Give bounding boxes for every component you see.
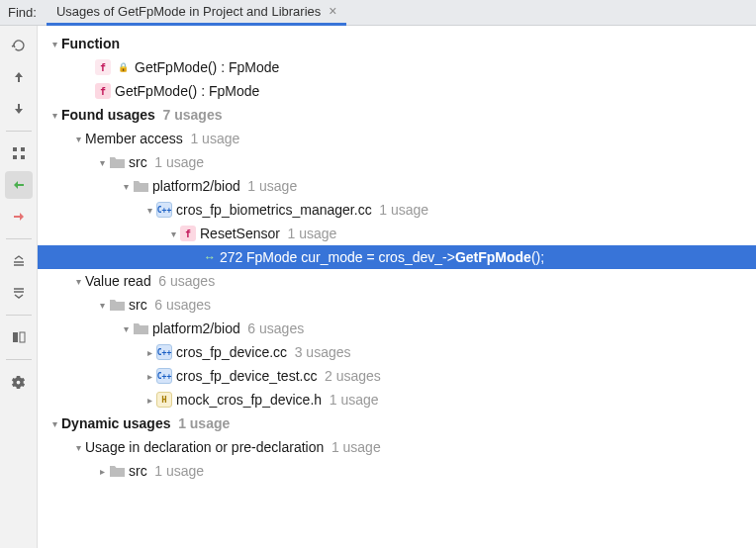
chevron-down-icon[interactable]: ▾ (71, 276, 85, 287)
next-icon[interactable] (5, 95, 33, 123)
chevron-down-icon[interactable]: ▾ (119, 181, 133, 192)
node-label: Dynamic usages (61, 415, 171, 431)
group-icon[interactable] (5, 139, 33, 167)
usage-count: 1 usage (331, 439, 381, 455)
settings-icon[interactable] (5, 368, 33, 396)
tree-node-fn-def[interactable]: f GetFpMode() : FpMode (38, 79, 756, 103)
collapse-all-icon[interactable] (5, 279, 33, 307)
svg-rect-5 (20, 332, 25, 342)
tab-title: Usages of GetFpMode in Project and Libra… (56, 4, 321, 19)
node-label: platform2/biod (152, 178, 240, 194)
usage-count: 1 usage (330, 392, 379, 408)
tree-node-src[interactable]: ▾ src 6 usages (38, 293, 756, 317)
svg-rect-2 (13, 155, 17, 159)
tree-node-dynamic-usages[interactable]: ▾ Dynamic usages 1 usage (38, 411, 756, 435)
results-tree[interactable]: ▾ Function f 🔒 GetFpMode() : FpMode f Ge… (38, 26, 756, 548)
tree-node-file[interactable]: ▸ C++ cros_fp_device.cc 3 usages (38, 340, 756, 364)
tree-node-platform-biod[interactable]: ▾ platform2/biod 6 usages (38, 317, 756, 340)
node-label: src (129, 463, 147, 479)
node-label: mock_cros_fp_device.h (176, 392, 322, 408)
usage-count: 6 usages (158, 273, 215, 289)
chevron-down-icon[interactable]: ▾ (71, 134, 85, 144)
show-write-icon[interactable] (5, 203, 33, 230)
node-label: Function (61, 36, 120, 51)
tree-node-function[interactable]: ▾ Function (38, 32, 756, 55)
prev-icon[interactable] (5, 63, 33, 91)
usage-count: 1 usage (247, 178, 297, 194)
node-label: src (129, 297, 147, 313)
tree-node-usage-line[interactable]: ↔ 272 FpMode cur_mode = cros_dev_-> GetF… (38, 245, 756, 269)
tree-node-member-access[interactable]: ▾ Member access 1 usage (38, 127, 756, 150)
node-label: cros_fp_biometrics_manager.cc (176, 202, 372, 218)
cpp-file-icon: C++ (156, 202, 172, 218)
folder-icon (133, 320, 148, 336)
tree-node-usage-decl[interactable]: ▾ Usage in declaration or pre-declaratio… (38, 435, 756, 459)
node-label: platform2/biod (152, 320, 240, 336)
show-read-icon[interactable] (5, 171, 33, 199)
tree-node-src[interactable]: ▾ src 1 usage (38, 150, 756, 174)
chevron-down-icon[interactable]: ▾ (95, 157, 109, 168)
chevron-down-icon[interactable]: ▾ (119, 323, 133, 334)
tree-node-platform-biod[interactable]: ▾ platform2/biod 1 usage (38, 174, 756, 198)
tree-node-src[interactable]: ▸ src 1 usage (38, 459, 756, 483)
line-number: 272 (220, 249, 242, 265)
chevron-down-icon[interactable]: ▾ (142, 205, 156, 216)
chevron-down-icon[interactable]: ▾ (47, 110, 61, 121)
node-label: GetFpMode() : FpMode (135, 59, 279, 75)
usage-count: 1 usage (379, 202, 428, 218)
side-toolbar (0, 26, 38, 548)
chevron-down-icon[interactable]: ▾ (47, 418, 61, 429)
rerun-icon[interactable] (5, 32, 33, 59)
tree-node-file[interactable]: ▾ C++ cros_fp_biometrics_manager.cc 1 us… (38, 198, 756, 222)
node-label: ResetSensor (200, 226, 280, 241)
usage-count: 1 usage (178, 415, 230, 431)
chevron-down-icon[interactable]: ▾ (166, 228, 180, 239)
tree-node-value-read[interactable]: ▾ Value read 6 usages (38, 269, 756, 293)
expand-all-icon[interactable] (5, 247, 33, 275)
usage-count: 1 usage (154, 463, 204, 479)
usage-count: 3 usages (295, 344, 351, 360)
tree-node-fn-def[interactable]: f 🔒 GetFpMode() : FpMode (38, 55, 756, 79)
preview-icon[interactable] (5, 323, 33, 351)
svg-rect-4 (13, 332, 18, 342)
chevron-down-icon[interactable]: ▾ (95, 300, 109, 311)
tree-node-found-usages[interactable]: ▾ Found usages 7 usages (38, 103, 756, 127)
node-label: Member access (85, 131, 183, 146)
lock-icon: 🔒 (115, 59, 131, 75)
chevron-right-icon[interactable]: ▸ (142, 395, 156, 406)
function-icon: f (95, 59, 111, 75)
node-label: Found usages (61, 107, 155, 123)
close-icon[interactable]: × (329, 3, 336, 19)
header-file-icon: H (156, 392, 172, 408)
node-label: src (129, 154, 147, 170)
svg-rect-1 (21, 147, 25, 151)
top-bar: Find: Usages of GetFpMode in Project and… (0, 0, 756, 26)
chevron-right-icon[interactable]: ▸ (95, 466, 109, 477)
function-icon: f (95, 83, 111, 99)
folder-icon (109, 463, 125, 479)
usage-count: 6 usages (154, 297, 211, 313)
node-label: GetFpMode() : FpMode (115, 83, 259, 99)
results-tab[interactable]: Usages of GetFpMode in Project and Libra… (47, 0, 347, 26)
usage-count: 1 usage (154, 154, 204, 170)
chevron-right-icon[interactable]: ▸ (142, 347, 156, 358)
cpp-file-icon: C++ (156, 368, 172, 384)
chevron-down-icon[interactable]: ▾ (47, 39, 61, 49)
chevron-down-icon[interactable]: ▾ (71, 442, 85, 453)
code-pre: FpMode cur_mode = cros_dev_-> (246, 249, 455, 265)
usage-count: 1 usage (288, 226, 337, 241)
node-label: Value read (85, 273, 151, 289)
cpp-file-icon: C++ (156, 344, 172, 360)
folder-icon (109, 297, 125, 313)
tree-node-file[interactable]: ▸ H mock_cros_fp_device.h 1 usage (38, 388, 756, 411)
tree-node-function-scope[interactable]: ▾ f ResetSensor 1 usage (38, 222, 756, 245)
tree-node-file[interactable]: ▸ C++ cros_fp_device_test.cc 2 usages (38, 364, 756, 388)
usage-count: 2 usages (325, 368, 381, 384)
chevron-right-icon[interactable]: ▸ (142, 371, 156, 382)
usage-count: 6 usages (247, 320, 304, 336)
folder-icon (133, 178, 148, 194)
svg-rect-3 (21, 155, 25, 159)
code-match: GetFpMode (455, 249, 531, 265)
svg-rect-0 (13, 147, 17, 151)
folder-icon (109, 154, 125, 170)
